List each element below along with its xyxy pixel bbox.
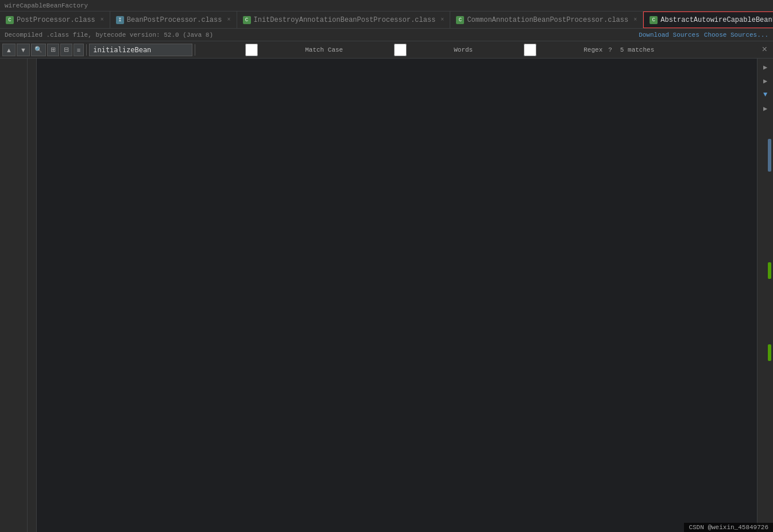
search-sep-2 [195, 44, 195, 56]
download-sources-link[interactable]: Download Sources [639, 32, 699, 38]
search-close-btn[interactable]: × [758, 45, 771, 55]
regex-checkbox[interactable] [478, 44, 582, 56]
search-sep-1 [86, 44, 87, 56]
right-panel-btn-2[interactable]: ▶ [759, 75, 772, 87]
tab-5-label: AbstractAutowireCapableBeanFactory.class [660, 16, 773, 24]
scroll-indicator-top [768, 139, 771, 172]
tab-2-close[interactable]: × [227, 17, 230, 23]
scroll-indicator-mid2 [768, 344, 771, 361]
scroll-indicator-mid1 [768, 262, 771, 279]
search-filter2-btn[interactable]: ⊟ [60, 44, 72, 56]
tab-5-icon: C [650, 16, 658, 24]
right-panel: ▶ ▶ ▼ ▶ [757, 59, 773, 532]
search-matches: 5 matches [620, 46, 654, 53]
tab-5[interactable]: C AbstractAutowireCapableBeanFactory.cla… [643, 11, 773, 28]
tab-1[interactable]: C PostProcessor.class × [0, 11, 110, 28]
tab-3[interactable]: C InitDestroyAnnotationBeanPostProcessor… [237, 11, 451, 28]
search-find-btn[interactable]: 🔍 [31, 44, 46, 56]
tab-4-close[interactable]: × [633, 17, 637, 23]
code-area[interactable] [0, 59, 757, 532]
tab-bar: C PostProcessor.class × I BeanPostProces… [0, 11, 773, 29]
choose-sources-link[interactable]: Choose Sources... [704, 32, 768, 38]
tab-4-icon: C [456, 16, 464, 24]
regex-label: Regex [583, 46, 602, 53]
info-bar: Decompiled .class file, bytecode version… [0, 29, 773, 41]
code-content [37, 59, 757, 532]
search-filter3-btn[interactable]: ≡ [74, 44, 84, 56]
tab-2[interactable]: I BeanPostProcessor.class × [110, 11, 237, 28]
search-filter-btn[interactable]: ⊞ [47, 44, 59, 56]
line-numbers [0, 59, 28, 532]
tab-3-icon: C [243, 16, 251, 24]
search-up-btn[interactable]: ▲ [2, 44, 16, 56]
match-case-option[interactable]: Match Case [198, 42, 345, 57]
right-panel-btn-1[interactable]: ▶ [759, 61, 772, 73]
regex-option[interactable]: Regex [476, 42, 605, 57]
bottom-bar-text: CSDN @weixin_45849726 [689, 524, 768, 531]
search-input[interactable] [89, 44, 192, 56]
main-area: ▶ ▶ ▼ ▶ [0, 59, 773, 532]
match-case-label: Match Case [305, 46, 343, 53]
info-text: Decompiled .class file, bytecode version… [5, 32, 213, 38]
tab-1-icon: C [6, 16, 14, 24]
tab-4[interactable]: C CommonAnnotationBeanPostProcessor.clas… [450, 11, 643, 28]
words-checkbox[interactable] [349, 44, 452, 56]
tab-4-label: CommonAnnotationBeanPostProcessor.class [467, 16, 628, 24]
title-text: wireCapableBeanFactory [5, 2, 88, 9]
scroll-track [759, 118, 772, 530]
tab-1-label: PostProcessor.class [17, 16, 95, 24]
tab-3-close[interactable]: × [440, 17, 444, 23]
tab-1-close[interactable]: × [101, 17, 104, 23]
title-bar: wireCapableBeanFactory [0, 0, 773, 11]
tab-2-icon: I [116, 16, 124, 24]
gutter [28, 59, 37, 532]
tab-3-label: InitDestroyAnnotationBeanPostProcessor.c… [254, 16, 436, 24]
search-down-btn[interactable]: ▼ [17, 44, 30, 56]
right-panel-btn-4[interactable]: ▶ [759, 102, 772, 115]
help-btn[interactable]: ? [606, 45, 614, 55]
match-case-checkbox[interactable] [200, 44, 303, 56]
right-panel-btn-3[interactable]: ▼ [759, 88, 772, 101]
words-option[interactable]: Words [346, 42, 475, 57]
words-label: Words [454, 46, 473, 53]
search-bar: ▲ ▼ 🔍 ⊞ ⊟ ≡ Match Case Words Regex ? 5 m… [0, 41, 773, 59]
bottom-bar: CSDN @weixin_45849726 [684, 523, 773, 532]
tab-2-label: BeanPostProcessor.class [127, 16, 222, 24]
